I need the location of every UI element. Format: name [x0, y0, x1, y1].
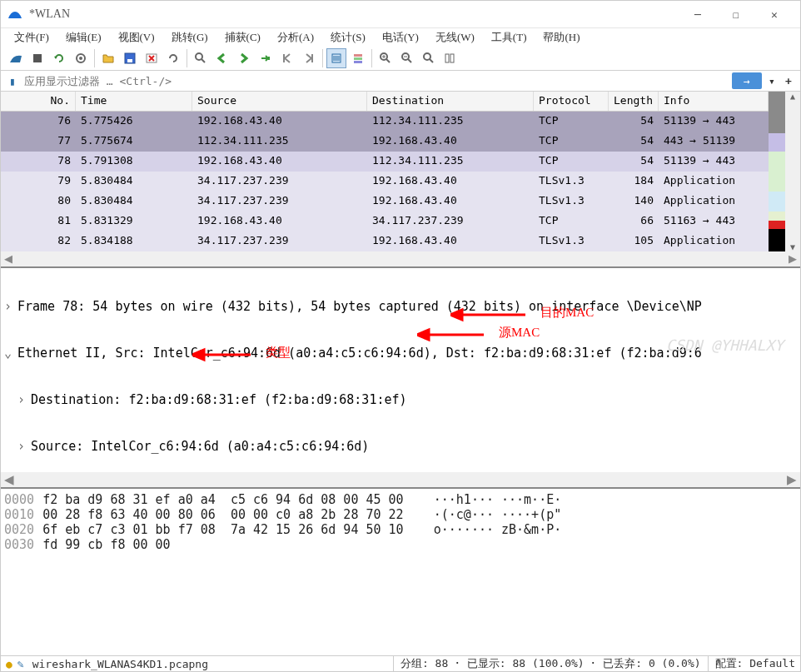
packet-list-body[interactable]: 765.775426192.168.43.40112.34.111.235TCP… [1, 112, 769, 251]
detail-dst-mac[interactable]: Destination: f2:ba:d9:68:31:ef (f2:ba:d9… [31, 392, 407, 407]
zoom-in-icon[interactable] [376, 48, 396, 68]
col-no-header[interactable]: No. [1, 92, 76, 111]
hex-line[interactable]: 00206f eb c7 c3 01 bb f7 08 7a 42 15 26 … [4, 522, 797, 537]
svg-rect-0 [33, 54, 42, 62]
packet-row[interactable]: 825.83418834.117.237.239192.168.43.40TLS… [1, 231, 769, 251]
col-time-header[interactable]: Time [76, 92, 192, 111]
minimize-button[interactable]: ─ [679, 1, 717, 27]
hex-line[interactable]: 0030fd 99 cb f8 00 00 [4, 537, 797, 552]
goto-icon[interactable] [256, 48, 276, 68]
display-filter-input[interactable] [21, 73, 730, 89]
save-icon[interactable] [120, 48, 140, 68]
menu-item[interactable]: 文件(F) [6, 28, 57, 47]
menu-item[interactable]: 电话(Y) [374, 28, 427, 47]
scrollbar-vertical[interactable]: ▲▼ [785, 92, 800, 251]
bookmark-icon[interactable]: ▮ [4, 75, 21, 87]
col-len-header[interactable]: Length [609, 92, 659, 111]
packet-list-header[interactable]: No. Time Source Destination Protocol Len… [1, 92, 769, 112]
filter-dropdown-icon[interactable]: ▾ [764, 72, 780, 89]
svg-rect-7 [268, 57, 270, 60]
zoom-out-icon[interactable] [397, 48, 417, 68]
capture-info-icon[interactable]: ✎ [17, 658, 24, 670]
last-icon[interactable] [299, 48, 319, 68]
filter-bar: ▮ → ▾ + [1, 71, 800, 92]
first-icon[interactable] [277, 48, 297, 68]
col-src-header[interactable]: Source [192, 92, 367, 111]
hex-line[interactable]: 001000 28 f8 63 40 00 80 06 00 00 c0 a8 … [4, 507, 797, 522]
detail-scrollbar[interactable]: ◀▶ [1, 472, 800, 487]
status-packets: 分组: 88 ･ 已显示: 88 (100.0%) ･ 已丢弃: 0 (0.0%… [400, 656, 701, 671]
svg-point-16 [424, 53, 430, 60]
prev-icon[interactable] [212, 48, 232, 68]
menu-item[interactable]: 跳转(G) [163, 28, 216, 47]
col-proto-header[interactable]: Protocol [534, 92, 609, 111]
svg-marker-20 [450, 310, 462, 320]
packet-color-stripe [769, 92, 785, 251]
watermark: CSDN @YHHALXY [666, 336, 784, 354]
svg-point-2 [79, 57, 82, 60]
svg-marker-24 [192, 350, 204, 360]
expert-info-icon[interactable]: ● [6, 658, 12, 670]
packet-row[interactable]: 805.83048434.117.237.239192.168.43.40TLS… [1, 192, 769, 212]
detail-src-mac[interactable]: Source: IntelCor_c6:94:6d (a0:a4:c5:c6:9… [31, 439, 369, 454]
scrollbar-horizontal[interactable]: ◀▶ [1, 251, 800, 266]
packet-list-pane: No. Time Source Destination Protocol Len… [1, 92, 800, 268]
autoscroll-icon[interactable] [326, 48, 346, 68]
svg-rect-17 [445, 54, 449, 62]
menu-item[interactable]: 无线(W) [427, 28, 483, 47]
shark-fin-icon[interactable] [6, 48, 26, 68]
svg-rect-12 [354, 57, 362, 60]
annotation-src-mac: 源MAC [499, 325, 540, 341]
status-filename: wireshark_WLANAS4KD1.pcapng [32, 658, 208, 670]
svg-rect-9 [311, 54, 313, 62]
window-title: *WLAN [29, 7, 679, 21]
menu-item[interactable]: 捕获(C) [216, 28, 269, 47]
hex-line[interactable]: 0000f2 ba d9 68 31 ef a0 a4 c5 c6 94 6d … [4, 492, 797, 507]
close-file-icon[interactable] [142, 48, 162, 68]
menu-item[interactable]: 帮助(H) [535, 28, 588, 47]
menu-bar: 文件(F)编辑(E)视图(V)跳转(G)捕获(C)分析(A)统计(S)电话(Y)… [1, 28, 800, 47]
col-info-header[interactable]: Info [659, 92, 769, 111]
resize-cols-icon[interactable] [440, 48, 460, 68]
stop-icon[interactable] [27, 48, 47, 68]
packet-details-pane[interactable]: ›Frame 78: 54 bytes on wire (432 bits), … [1, 268, 800, 489]
restart-icon[interactable] [49, 48, 69, 68]
filter-add-button[interactable]: + [780, 72, 797, 89]
maximize-button[interactable]: ☐ [717, 1, 755, 27]
detail-ethernet[interactable]: Ethernet II, Src: IntelCor_c6:94:6d (a0:… [17, 346, 702, 361]
svg-point-6 [196, 53, 202, 60]
toolbar [1, 47, 800, 71]
menu-item[interactable]: 分析(A) [269, 28, 322, 47]
open-icon[interactable] [98, 48, 118, 68]
col-dst-header[interactable]: Destination [367, 92, 534, 111]
title-bar: *WLAN ─ ☐ ✕ [1, 1, 800, 28]
next-icon[interactable] [234, 48, 254, 68]
svg-rect-18 [450, 54, 454, 62]
app-icon [7, 7, 22, 22]
svg-rect-8 [283, 54, 285, 62]
packet-row[interactable]: 795.83048434.117.237.239192.168.43.40TLS… [1, 172, 769, 192]
find-icon[interactable] [191, 48, 211, 68]
packet-bytes-pane[interactable]: 0000f2 ba d9 68 31 ef a0 a4 c5 c6 94 6d … [1, 489, 800, 655]
packet-row[interactable]: 765.775426192.168.43.40112.34.111.235TCP… [1, 112, 769, 132]
menu-item[interactable]: 工具(T) [483, 28, 535, 47]
packet-row[interactable]: 775.775674112.34.111.235192.168.43.40TCP… [1, 132, 769, 152]
svg-rect-13 [354, 61, 362, 63]
menu-item[interactable]: 视图(V) [110, 28, 163, 47]
packet-row[interactable]: 815.831329192.168.43.4034.117.237.239TCP… [1, 212, 769, 231]
svg-rect-11 [354, 54, 362, 57]
colorize-icon[interactable] [348, 48, 368, 68]
close-button[interactable]: ✕ [755, 1, 794, 27]
status-profile[interactable]: 配置: Default [715, 656, 795, 671]
menu-item[interactable]: 编辑(E) [57, 28, 110, 47]
filter-apply-button[interactable]: → [732, 72, 762, 89]
status-bar: ● ✎ wireshark_WLANAS4KD1.pcapng 分组: 88 ･… [1, 655, 800, 671]
options-icon[interactable] [71, 48, 91, 68]
svg-rect-4 [127, 59, 132, 62]
svg-marker-22 [417, 330, 429, 340]
reload-icon[interactable] [163, 48, 183, 68]
detail-frame[interactable]: Frame 78: 54 bytes on wire (432 bits), 5… [17, 299, 702, 314]
packet-row[interactable]: 785.791308192.168.43.40112.34.111.235TCP… [1, 152, 769, 172]
menu-item[interactable]: 统计(S) [322, 28, 374, 47]
zoom-reset-icon[interactable] [419, 48, 439, 68]
